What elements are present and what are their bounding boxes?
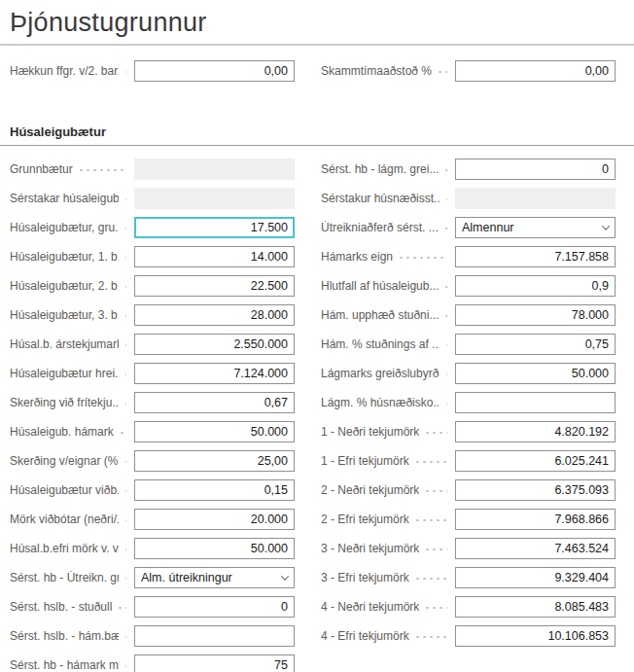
field-value: 25,00 (258, 454, 288, 468)
field-select[interactable]: Almennur (455, 217, 616, 238)
field-input[interactable]: 0,00 (455, 60, 616, 82)
field-value: 8.085.483 (554, 600, 609, 614)
dotted-leader (398, 246, 447, 267)
field-label: 4 - Efri tekjumörk (321, 629, 409, 643)
field-label: Lágm. % húsnæðisko... (321, 396, 440, 409)
field-input[interactable]: 7.968.866 (455, 509, 616, 530)
dotted-leader (437, 60, 447, 82)
dotted-leader (443, 275, 447, 297)
field-input[interactable]: 0,00 (134, 60, 295, 82)
field-label-wrap: Húsaleigubætur, gru... (10, 217, 134, 238)
field-input[interactable]: 0,75 (455, 334, 616, 355)
field-input[interactable]: 6.025.241 (455, 450, 616, 472)
field-label-wrap: Húsaleigubætur viðb... (10, 479, 134, 501)
field-label: 1 - Efri tekjumörk (321, 454, 409, 468)
field-row: Hlutfall af húsaleigub...0,9 (321, 275, 616, 297)
field-input[interactable]: 0 (455, 159, 616, 180)
field-input[interactable]: 50.000 (134, 538, 295, 559)
field-disabled-input (134, 159, 295, 180)
field-input[interactable]: 0 (134, 596, 295, 618)
dotted-leader (424, 596, 447, 618)
field-row: Sérst. hslb. - hám.bæ... (10, 625, 295, 647)
field-row: Grunnbætur (10, 159, 295, 180)
field-input[interactable]: 10.106.853 (455, 625, 616, 647)
general-fields-section: Hækkun ffgr. v/2. bar...0,00 Skammtímaað… (0, 60, 634, 89)
field-input[interactable] (134, 625, 295, 647)
field-input[interactable]: 50.000 (455, 363, 616, 384)
field-input[interactable]: 9.329.404 (455, 567, 616, 588)
dotted-leader (123, 567, 126, 588)
field-input[interactable]: 7.463.524 (455, 538, 616, 559)
field-label: Skerðing v/eignar (%) (10, 454, 119, 468)
chevron-down-icon[interactable] (602, 222, 610, 230)
field-value: Alm. útreikningur (141, 571, 232, 584)
section-header-husaleigubaetur: Húsaleigubætur (10, 124, 624, 139)
field-input[interactable]: 17.500 (134, 217, 295, 238)
field-input[interactable]: 0,9 (455, 275, 616, 297)
dotted-leader (123, 188, 126, 209)
field-row: Sérstakur húsnæðisst... (321, 188, 616, 209)
field-input[interactable]: 0,67 (134, 392, 295, 413)
field-row: 3 - Efri tekjumörk9.329.404 (321, 567, 616, 588)
field-value: 50.000 (251, 542, 288, 555)
field-input[interactable]: 7.124.000 (134, 363, 295, 384)
field-label: Sérst. hb - lágm. grei... (321, 162, 439, 176)
field-row: 3 - Neðri tekjumörk7.463.524 (321, 538, 616, 559)
field-input[interactable]: 14.000 (134, 246, 295, 267)
field-input[interactable]: 78.000 (455, 304, 616, 326)
field-label: Sérst. hslb. - hám.bæ... (10, 629, 119, 643)
field-label: Húsaleigubætur, 1. b... (10, 250, 119, 264)
field-label: Hám. upphæð stuðni... (321, 308, 439, 322)
field-input[interactable]: 20.000 (134, 509, 295, 530)
field-label-wrap: Hlutfall af húsaleigub... (321, 275, 455, 297)
field-label: Hækkun ffgr. v/2. bar... (10, 64, 119, 78)
dotted-leader (444, 392, 447, 413)
chevron-down-icon[interactable] (281, 572, 289, 580)
field-input[interactable]: 0,15 (134, 479, 295, 501)
field-value: 22.500 (251, 279, 288, 293)
field-input[interactable]: 22.500 (134, 275, 295, 297)
field-label: Sérst. hb - hámark m... (10, 658, 119, 672)
dotted-leader (443, 304, 447, 326)
field-input[interactable]: 75 (134, 654, 295, 672)
field-label-wrap: Lágmarks greiðslubyrði (321, 363, 455, 384)
service-basis-page: Þjónustugrunnur Hækkun ffgr. v/2. bar...… (0, 0, 634, 672)
field-label-wrap: 4 - Neðri tekjumörk (321, 596, 455, 618)
field-label-wrap: Skammtímaaðstoð % (321, 60, 455, 82)
field-value: 0,9 (592, 279, 609, 293)
field-label-wrap: Sérst. hb - Útreikn. gr... (10, 567, 134, 588)
general-column-left: Hækkun ffgr. v/2. bar...0,00 (10, 60, 295, 89)
field-select[interactable]: Alm. útreikningur (134, 567, 295, 588)
field-row: Hækkun ffgr. v/2. bar...0,00 (10, 60, 295, 82)
field-label-wrap: Sérst. hb - lágm. grei... (321, 159, 455, 180)
dotted-leader (123, 246, 126, 267)
field-label-wrap: Mörk viðbótar (neðri/... (10, 509, 134, 530)
field-row: Húsal.b.efri mörk v. vi...50.000 (10, 538, 295, 559)
dotted-leader (123, 60, 126, 82)
field-label: Sérstakur húsnæðisst... (321, 192, 440, 205)
field-input[interactable]: 6.375.093 (455, 479, 616, 501)
field-row: Lágm. % húsnæðisko... (321, 392, 616, 413)
field-label: Húsaleigubætur, 3. b... (10, 308, 119, 322)
field-value: 0,15 (264, 483, 288, 497)
dotted-leader (443, 159, 447, 180)
field-input[interactable]: 28.000 (134, 304, 295, 326)
field-label: Hámarks eign (321, 250, 393, 264)
title-divider (0, 44, 634, 46)
dotted-leader (123, 392, 126, 413)
field-input[interactable]: 50.000 (134, 421, 295, 442)
field-row: 2 - Efri tekjumörk7.968.866 (321, 509, 616, 530)
field-row: 4 - Neðri tekjumörk8.085.483 (321, 596, 616, 618)
field-input[interactable]: 4.820.192 (455, 421, 616, 442)
field-label-wrap: Húsal.b.efri mörk v. vi... (10, 538, 134, 559)
field-label: Sérst. hb - Útreikn. gr... (10, 571, 119, 584)
field-input[interactable]: 7.157.858 (455, 246, 616, 267)
field-input[interactable]: 8.085.483 (455, 596, 616, 618)
field-label: 3 - Efri tekjumörk (321, 571, 409, 584)
field-value: 17.500 (251, 221, 288, 234)
field-label-wrap: Húsaleigubætur hrei... (10, 363, 134, 384)
field-input[interactable]: 25,00 (134, 450, 295, 472)
field-input[interactable] (455, 392, 616, 413)
field-input[interactable]: 2.550.000 (134, 334, 295, 355)
field-label-wrap: 1 - Neðri tekjumörk (321, 421, 455, 442)
